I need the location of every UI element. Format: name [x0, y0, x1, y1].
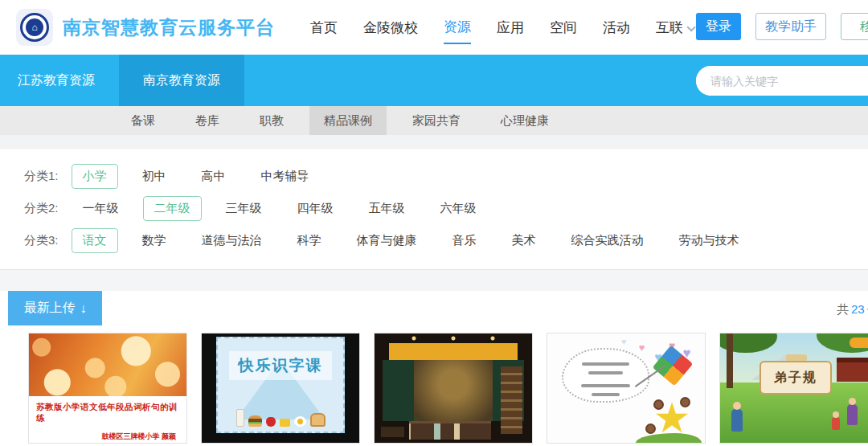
filter-option-junior[interactable]: 初中: [131, 164, 178, 189]
card-title-text: 弟子规: [774, 370, 817, 387]
header-actions: 登录 教学助手 移动端: [696, 13, 868, 40]
burger-icon: [248, 415, 262, 427]
grass: [636, 433, 702, 443]
category-lesson-prep[interactable]: 备课: [117, 106, 170, 135]
resource-card-list: 苏教版小学语文低年段品词析句的训练 鼓楼区三牌楼小学 颜颖 快乐识字课: [0, 333, 868, 444]
card-title-text: 快乐识字课: [229, 351, 333, 380]
filter-option-grade1[interactable]: 一年级: [72, 196, 130, 221]
nav-item-apps[interactable]: 应用: [497, 12, 524, 43]
result-count: 共23个: [837, 302, 868, 317]
heart-icon: ♥: [639, 342, 645, 353]
filter-option-grade5[interactable]: 五年级: [358, 196, 416, 221]
filter-label: 分类1:: [24, 169, 59, 184]
nav-item-space[interactable]: 空间: [550, 12, 577, 43]
nav-item-activities[interactable]: 活动: [603, 12, 630, 43]
latest-upload-sort-button[interactable]: 最新上传 ↓: [8, 291, 102, 325]
logo-building-icon: ⌂: [26, 18, 43, 36]
filter-option-pe-health[interactable]: 体育与健康: [346, 228, 428, 253]
card-slide: 快乐识字课: [216, 337, 346, 433]
resource-tab-bar: 江苏教育资源 南京教育资源: [0, 55, 868, 106]
filter-row-subject: 分类3: 语文 数学 道德与法治 科学 体育与健康 音乐 美术 综合实践活动 劳…: [0, 224, 868, 256]
category-vocational[interactable]: 职教: [245, 106, 298, 135]
cartoon-button: [850, 338, 868, 347]
filter-option-senior[interactable]: 高中: [190, 164, 237, 189]
spacer: [0, 135, 868, 148]
filter-option-grade2[interactable]: 二年级: [143, 196, 202, 221]
filter-option-morality-law[interactable]: 道德与法治: [190, 228, 273, 253]
blurred-text-line: [588, 371, 622, 374]
login-button[interactable]: 登录: [696, 13, 741, 40]
tab-nanjing-resources[interactable]: 南京教育资源: [119, 55, 244, 106]
filter-option-practice[interactable]: 综合实践活动: [560, 228, 655, 253]
bench: [381, 427, 404, 438]
filter-option-labor-tech[interactable]: 劳动与技术: [668, 228, 751, 253]
nav-item-interconnect[interactable]: 互联: [656, 12, 693, 43]
blurred-text-line: [592, 393, 620, 396]
filter-option-grade4[interactable]: 四年级: [286, 196, 345, 221]
shop-sign: [389, 343, 518, 359]
filter-label: 分类3:: [24, 233, 59, 248]
filter-row-level: 分类1: 小学 初中 高中 中考辅导: [0, 160, 868, 192]
heart-icon: ♥: [621, 338, 627, 346]
resource-card-cloud-kite[interactable]: ♥ ♥ ♥ ♥ ♥ ★: [547, 333, 706, 444]
resource-card-dizigui[interactable]: 弟子规: [719, 333, 868, 444]
filter-label: 分类2:: [24, 201, 59, 216]
blurred-text-line: [582, 362, 628, 366]
resource-card-word-analysis[interactable]: 苏教版小学语文低年段品词析句的训练 鼓楼区三牌楼小学 颜颖: [28, 333, 187, 444]
shop-lights: [375, 335, 532, 342]
tab-jiangsu-resources[interactable]: 江苏教育资源: [0, 55, 119, 106]
filter-option-math[interactable]: 数学: [131, 228, 178, 253]
nav-item-resources[interactable]: 资源: [444, 11, 471, 44]
filter-option-grade3[interactable]: 三年级: [215, 196, 273, 221]
tree-trunk: [727, 333, 733, 388]
child-character: [832, 417, 840, 430]
sort-row: 最新上传 ↓ 共23个: [0, 291, 868, 333]
food-illustrations: [218, 409, 344, 427]
resource-card-bookshop[interactable]: [374, 333, 533, 444]
thought-cloud: [562, 348, 650, 403]
filter-option-science[interactable]: 科学: [286, 228, 333, 253]
milk-icon: [236, 409, 244, 427]
card-subtitle-text: 鼓楼区三牌楼小学 颜颖: [36, 432, 179, 442]
logo-emblem-icon: ⌂: [20, 13, 49, 42]
filter-option-art[interactable]: 美术: [501, 228, 547, 253]
filter-option-exam-tutoring[interactable]: 中考辅导: [250, 164, 321, 189]
temple: [837, 358, 868, 382]
search-box: [696, 66, 868, 96]
strawberry-icon: [266, 417, 276, 427]
old-man-character: [731, 409, 743, 432]
card-title-text: 苏教版小学语文低年段品词析句的训练: [36, 402, 179, 424]
header: ⌂ 南京智慧教育云服务平台 首页 金陵微校 资源 应用 空间 活动 互联 登录 …: [0, 0, 868, 55]
site-logo: ⌂: [16, 9, 53, 46]
latest-upload-label: 最新上传: [24, 300, 76, 317]
teaching-assistant-button[interactable]: 教学助手: [755, 13, 826, 40]
count-prefix: 共: [837, 302, 849, 316]
top-navigation: 首页 金陵微校 资源 应用 空间 活动 互联: [310, 11, 693, 44]
woman-character: [847, 404, 858, 425]
card-caption-area: 苏教版小学语文低年段品词析句的训练 鼓楼区三牌楼小学 颜颖: [29, 396, 186, 443]
spacer: [0, 270, 868, 291]
egg-icon: [294, 416, 306, 427]
filter-panel: 分类1: 小学 初中 高中 中考辅导 分类2: 一年级 二年级 三年级 四年级 …: [0, 148, 868, 270]
mobile-button[interactable]: 移动端: [841, 13, 868, 40]
book-table: [409, 421, 491, 440]
search-input[interactable]: [696, 66, 868, 96]
nav-item-home[interactable]: 首页: [310, 12, 338, 43]
nav-item-interconnect-label: 互联: [656, 20, 683, 35]
resource-card-literacy-class[interactable]: 快乐识字课: [201, 333, 360, 444]
category-featured-lessons[interactable]: 精品课例: [309, 106, 387, 135]
filter-row-grade: 分类2: 一年级 二年级 三年级 四年级 五年级 六年级: [0, 192, 868, 224]
card-thumbnail-bokeh: [29, 333, 186, 396]
blurred-text-line: [581, 384, 630, 387]
title-plaque: 弟子规: [760, 361, 832, 395]
nav-item-jinling-school[interactable]: 金陵微校: [363, 12, 418, 43]
filter-option-primary[interactable]: 小学: [72, 164, 118, 189]
filter-option-music[interactable]: 音乐: [441, 228, 488, 253]
filter-option-chinese[interactable]: 语文: [72, 228, 118, 253]
cheese-icon: [280, 419, 290, 427]
filter-option-grade6[interactable]: 六年级: [429, 196, 488, 221]
category-navigation: 备课 卷库 职教 精品课例 家园共育 心理健康: [0, 106, 868, 135]
category-question-bank[interactable]: 卷库: [181, 106, 234, 135]
category-mental-health[interactable]: 心理健康: [486, 106, 563, 135]
category-home-school[interactable]: 家园共育: [398, 106, 475, 135]
